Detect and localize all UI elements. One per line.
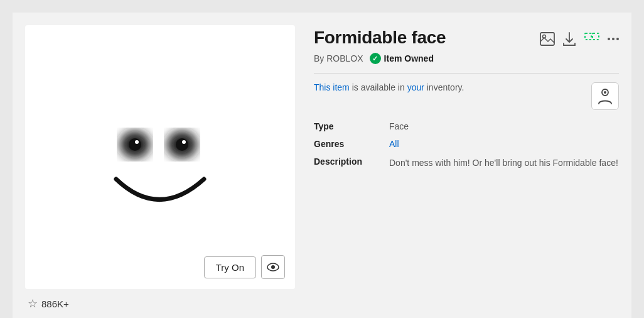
try-on-button[interactable]: Try On [204,256,256,278]
image-icon [540,32,555,46]
item-preview-box: Try On [25,25,295,289]
check-icon: ✓ [370,53,381,64]
svg-point-4 [135,140,139,144]
preview-actions: Try On [204,255,285,279]
availability-middle: is available in [350,82,407,92]
avatar-icon [598,87,613,105]
svg-point-13 [604,91,606,94]
type-label: Type [314,121,389,131]
genres-row: Genres All [314,139,619,149]
description-value: Don't mess with him! Or he'll bring out … [389,156,618,170]
by-row: By ROBLOX ✓ Item Owned [314,53,619,64]
ar-icon-button[interactable] [584,32,600,46]
availability-text: This item is available in your inventory… [314,82,464,92]
image-icon-button[interactable] [540,32,555,46]
type-value: Face [389,121,409,131]
svg-rect-10 [585,33,591,40]
download-icon [562,31,576,47]
svg-point-3 [176,138,188,151]
owned-label: Item Owned [384,53,434,63]
divider [314,73,619,74]
svg-point-7 [271,265,275,269]
genres-value: All [389,139,399,149]
eye-icon [267,263,279,271]
type-row: Type Face [314,121,619,131]
owned-badge: ✓ Item Owned [370,53,434,64]
svg-rect-11 [593,33,599,40]
left-panel: Try On ☆ 886K+ Recommended [25,25,295,318]
more-options-button[interactable] [608,38,619,40]
availability-item-word: This item [314,82,350,92]
description-label: Description [314,156,389,170]
rating-count: 886K+ [41,299,69,309]
face-illustration [72,69,248,245]
download-icon-button[interactable] [562,31,576,47]
star-icon: ☆ [28,297,38,310]
right-panel: Formidable face [314,25,619,318]
genres-label: Genres [314,139,389,149]
avatar-customize-button[interactable] [591,82,619,110]
more-dots-icon [608,38,619,40]
availability-your-word: your [407,82,424,92]
rating-row: ☆ 886K+ [25,297,295,310]
availability-row: This item is available in your inventory… [314,82,619,110]
svg-point-1 [129,138,141,151]
description-row: Description Don't mess with him! Or he'l… [314,156,619,170]
item-header: Formidable face [314,28,619,48]
eye-button[interactable] [261,255,285,279]
item-title: Formidable face [314,28,446,48]
details-table: Type Face Genres All Description Don't m… [314,121,619,170]
page-container: Try On ☆ 886K+ Recommended Formidable fa… [13,13,631,318]
by-roblox-label: By ROBLOX [314,53,363,63]
header-icons [540,28,619,47]
ar-icon [584,32,600,46]
svg-point-5 [182,140,186,144]
availability-end: inventory. [424,82,464,92]
